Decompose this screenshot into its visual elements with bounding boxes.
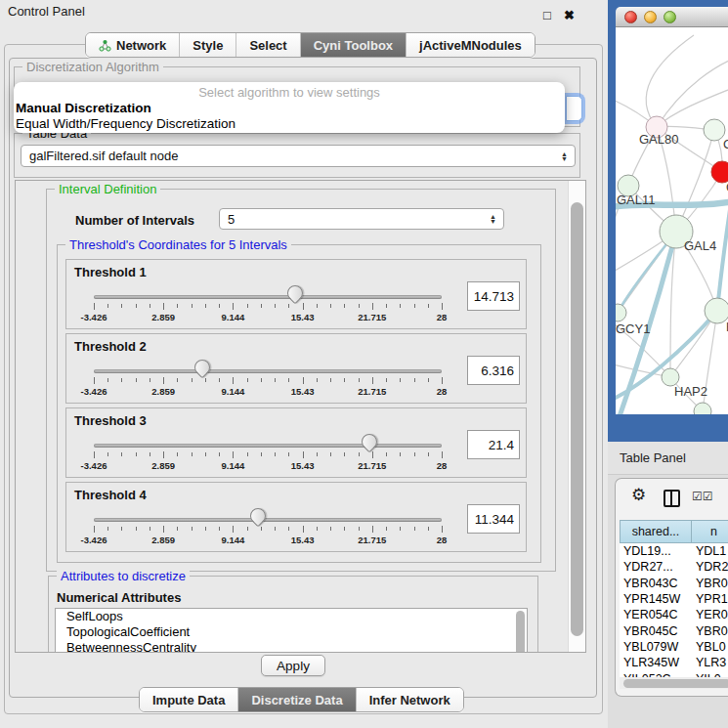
attribute-item-betweennesscentrality[interactable]: BetweennessCentrality bbox=[56, 640, 527, 653]
network-edge[interactable] bbox=[646, 35, 694, 127]
network-window-frame[interactable]: GAL80GACGAL11GAL4GCY1HHAP2 bbox=[608, 0, 728, 442]
gear-icon[interactable]: ⚙ bbox=[631, 485, 646, 505]
stepper-icon: ▲▼ bbox=[490, 214, 503, 224]
tab-style[interactable]: Style bbox=[180, 33, 236, 57]
group-title-discretization-algorithm: Discretization Algorithm bbox=[22, 60, 163, 74]
tick-label: -3.426 bbox=[81, 312, 107, 322]
list-scrollbar-thumb[interactable] bbox=[516, 611, 525, 653]
attribute-item-selfloops[interactable]: SelfLoops bbox=[56, 609, 527, 624]
slider-ticks bbox=[94, 303, 442, 311]
algorithm-combobox-focus-ring[interactable] bbox=[566, 96, 582, 121]
scrollbar-track[interactable] bbox=[568, 181, 586, 652]
slider-thumb[interactable] bbox=[192, 357, 214, 379]
table-row[interactable]: YDR27...YDR2 bbox=[620, 559, 728, 575]
zoom-traffic-light-icon[interactable] bbox=[664, 11, 676, 23]
table-column-header[interactable]: n bbox=[692, 520, 728, 543]
table-row[interactable]: YPR145WYPR1 bbox=[620, 591, 728, 607]
tick-label: 15.43 bbox=[291, 312, 315, 322]
table-hscrollbar-thumb[interactable] bbox=[623, 679, 728, 688]
table-cell: YPR1 bbox=[692, 592, 728, 606]
attribute-item-topologicalcoefficient[interactable]: TopologicalCoefficient bbox=[56, 624, 527, 640]
tab-select[interactable]: Select bbox=[236, 33, 300, 57]
apply-button[interactable]: Apply bbox=[261, 655, 325, 676]
threshold-block: Threshold 3-3.4262.8599.14415.4321.71528… bbox=[65, 407, 527, 478]
table-row[interactable]: YBR045CYBR0 bbox=[620, 622, 728, 638]
network-node[interactable] bbox=[616, 304, 626, 321]
threshold-value-field[interactable]: 6.316 bbox=[467, 356, 520, 385]
slider-track[interactable] bbox=[94, 444, 442, 448]
numerical-attributes-list[interactable]: SelfLoopsTopologicalCoefficientBetweenne… bbox=[55, 608, 528, 653]
table-column-header[interactable]: shared... bbox=[620, 520, 692, 543]
table-hscrollbar-track[interactable] bbox=[620, 677, 728, 689]
tab-label: Select bbox=[249, 38, 286, 53]
slider-track[interactable] bbox=[94, 518, 442, 522]
table-header-row: shared... n bbox=[620, 520, 728, 543]
network-edge[interactable] bbox=[657, 57, 728, 127]
tick-label: 28 bbox=[437, 386, 448, 397]
scrollbar-thumb[interactable] bbox=[571, 202, 583, 636]
table-row[interactable]: YLR345WYLR3 bbox=[620, 655, 728, 670]
table-data-combobox[interactable]: galFiltered.sif default node ▲▼ bbox=[21, 145, 576, 167]
number-of-intervals-label: Number of Intervals bbox=[75, 213, 194, 228]
tick-label: -3.426 bbox=[81, 535, 107, 545]
tick-label: 9.144 bbox=[222, 386, 245, 397]
tick-label: 9.144 bbox=[222, 460, 245, 471]
slider-thumb[interactable] bbox=[359, 431, 381, 453]
table-data-combobox-value: galFiltered.sif default node bbox=[29, 149, 178, 163]
tick-label: 15.43 bbox=[291, 386, 315, 397]
slider-track[interactable] bbox=[94, 295, 442, 299]
slider-thumb[interactable] bbox=[284, 282, 307, 305]
table-cell: YDR2 bbox=[692, 560, 728, 574]
network-node[interactable] bbox=[704, 119, 725, 141]
threshold-value-field[interactable]: 14.713 bbox=[467, 281, 520, 311]
network-node[interactable] bbox=[694, 403, 711, 414]
number-of-intervals-combobox[interactable]: 5 ▲▼ bbox=[219, 208, 504, 230]
tab-cyni-toolbox[interactable]: Cyni Toolbox bbox=[301, 33, 407, 57]
node-label: HAP2 bbox=[674, 384, 707, 399]
node-label: GA bbox=[723, 137, 728, 151]
threshold-value-field[interactable]: 11.344 bbox=[467, 504, 520, 534]
tab-infer-network[interactable]: Infer Network bbox=[357, 688, 463, 711]
group-title-interval-definition: Interval Definition bbox=[55, 182, 160, 196]
network-icon bbox=[99, 39, 111, 52]
group-title-attributes: Attributes to discretize bbox=[57, 569, 190, 583]
tick-label: 15.43 bbox=[291, 460, 315, 471]
table-data-group: Table Data galFiltered.sif default node … bbox=[14, 133, 580, 178]
tab-discretize-data[interactable]: Discretize Data bbox=[238, 688, 356, 711]
float-window-icon[interactable]: □ bbox=[543, 4, 551, 27]
network-window-titlebar[interactable] bbox=[616, 7, 728, 27]
threshold-block: Threshold 1-3.4262.8599.14415.4321.71528… bbox=[65, 259, 527, 329]
node-label: GAL80 bbox=[639, 132, 678, 147]
threshold-value-field[interactable]: 21.4 bbox=[467, 430, 520, 459]
control-panel-tabs: NetworkStyleSelectCyni ToolboxjActiveMNo… bbox=[85, 32, 535, 58]
tick-label: -3.426 bbox=[81, 386, 107, 397]
network-view-canvas[interactable]: GAL80GACGAL11GAL4GCY1HHAP2 bbox=[616, 27, 728, 414]
tick-label: 28 bbox=[437, 535, 448, 545]
tab-jactivemnodules[interactable]: jActiveMNodules bbox=[407, 33, 535, 57]
table-panel-titlebar: Table Panel bbox=[608, 442, 728, 475]
slider-thumb[interactable] bbox=[247, 505, 270, 528]
column-layout-icon[interactable] bbox=[664, 490, 680, 507]
slider-track[interactable] bbox=[94, 369, 442, 373]
network-node[interactable] bbox=[705, 298, 728, 323]
tab-network[interactable]: Network bbox=[86, 33, 180, 57]
dropdown-item-equal-width-frequency-discretization[interactable]: Equal Width/Frequency Discretization bbox=[14, 116, 565, 132]
minimize-traffic-light-icon[interactable] bbox=[644, 11, 657, 23]
table-row[interactable]: YBR043CYBR0 bbox=[620, 576, 728, 591]
table-row[interactable]: YBL079WYBL0 bbox=[620, 639, 728, 655]
tab-label: Style bbox=[193, 38, 223, 53]
table-row[interactable]: YIL052CYIL0 bbox=[620, 670, 728, 677]
dropdown-item-manual-discretization[interactable]: Manual Discretization bbox=[14, 101, 565, 116]
tab-impute-data[interactable]: Impute Data bbox=[140, 688, 238, 711]
tick-label: 21.715 bbox=[358, 386, 386, 397]
table-cell: YBR043C bbox=[620, 577, 692, 590]
close-icon[interactable]: ✖ bbox=[564, 4, 575, 27]
table-row[interactable]: YER054CYER0 bbox=[620, 607, 728, 622]
table-panel-title: Table Panel bbox=[620, 450, 686, 465]
slider-ticks bbox=[94, 451, 442, 459]
table-row[interactable]: YDL19...YDL1 bbox=[620, 543, 728, 559]
threshold-label: Threshold 1 bbox=[74, 265, 147, 279]
checkbox-columns-icon[interactable]: ☑☑ bbox=[692, 490, 713, 503]
tick-label: 21.715 bbox=[358, 535, 386, 545]
close-traffic-light-icon[interactable] bbox=[624, 11, 637, 23]
